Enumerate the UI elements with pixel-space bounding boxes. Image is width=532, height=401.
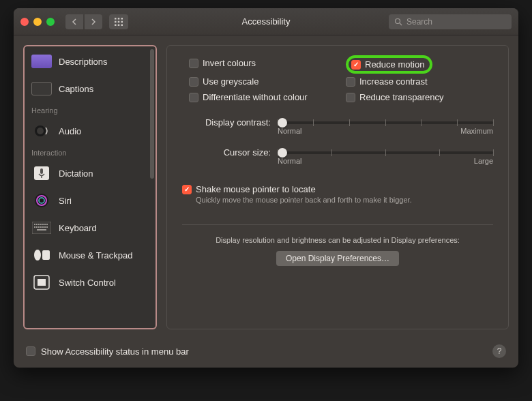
svg-rect-7: [118, 24, 120, 26]
svg-rect-21: [36, 224, 38, 225]
chevron-left-icon: [72, 18, 77, 25]
grid-icon: [114, 17, 123, 27]
svg-rect-5: [121, 20, 123, 23]
svg-rect-36: [42, 250, 50, 260]
svg-rect-30: [40, 226, 42, 228]
slider-knob[interactable]: [278, 118, 287, 128]
window-controls: [20, 18, 55, 26]
audio-icon: [31, 123, 52, 138]
svg-rect-4: [118, 20, 120, 23]
chevron-right-icon: [91, 18, 96, 25]
sidebar-item-mouse-trackpad[interactable]: Mouse & Trackpad: [25, 241, 156, 269]
checkbox-label: Invert colours: [203, 58, 256, 68]
checkbox-label: Use greyscale: [203, 76, 258, 87]
sidebar-item-captions[interactable]: Captions: [25, 75, 156, 102]
svg-rect-38: [38, 279, 46, 286]
sidebar-group-hearing: Hearing: [25, 102, 156, 117]
svg-line-10: [400, 23, 402, 25]
cursor-size-slider[interactable]: Normal Large: [278, 147, 493, 168]
help-button[interactable]: ?: [492, 344, 506, 358]
differentiate-checkbox[interactable]: Differentiate without colour: [189, 92, 339, 102]
nav-buttons: [65, 14, 102, 29]
display-note: Display resolution and brightness can be…: [182, 236, 493, 244]
sidebar-item-label: Keyboard: [59, 223, 97, 233]
maximize-icon[interactable]: [46, 18, 55, 26]
svg-rect-23: [40, 224, 42, 225]
checkbox-icon: [189, 77, 198, 87]
svg-rect-6: [115, 24, 117, 26]
display-contrast-slider[interactable]: Normal Maximum: [278, 117, 493, 138]
checkbox-label: Shake mouse pointer to locate: [196, 184, 316, 194]
display-contrast-label: Display contrast:: [182, 117, 271, 128]
checkbox-icon: [346, 77, 355, 87]
slider-max-label: Maximum: [460, 127, 493, 135]
use-greyscale-checkbox[interactable]: Use greyscale: [189, 76, 339, 87]
back-button[interactable]: [65, 14, 83, 29]
checkbox-icon: [346, 93, 355, 102]
checkbox-label: Increase contrast: [359, 76, 428, 87]
slider-max-label: Large: [474, 157, 493, 165]
svg-rect-26: [46, 224, 48, 225]
checkbox-checked-icon: [182, 185, 192, 194]
checkbox-checked-icon: [351, 60, 361, 70]
svg-rect-34: [37, 229, 46, 231]
checkbox-label: Differentiate without colour: [203, 92, 308, 102]
minimize-icon[interactable]: [33, 18, 42, 26]
question-icon: ?: [497, 346, 502, 356]
svg-point-35: [34, 250, 41, 261]
shake-pointer-checkbox[interactable]: Shake mouse pointer to locate: [182, 184, 493, 194]
main-panel: Invert colours Reduce motion Use greysca…: [166, 45, 509, 329]
checkbox-icon: [189, 59, 198, 68]
sidebar: Descriptions Captions Hearing Audio Inte…: [23, 45, 157, 329]
svg-rect-25: [44, 224, 46, 225]
checkbox-icon: [189, 93, 198, 102]
sidebar-item-descriptions[interactable]: Descriptions: [25, 48, 156, 75]
svg-rect-32: [44, 226, 46, 228]
invert-colours-checkbox[interactable]: Invert colours: [189, 55, 339, 71]
slider-min-label: Normal: [278, 157, 301, 165]
reduce-motion-highlight: Reduce motion: [346, 55, 432, 74]
checkbox-label: Reduce motion: [365, 59, 424, 70]
svg-rect-20: [34, 224, 35, 225]
search-placeholder: Search: [407, 17, 432, 27]
svg-rect-8: [121, 24, 123, 26]
svg-rect-22: [38, 224, 40, 225]
svg-rect-1: [118, 18, 120, 20]
sidebar-item-label: Switch Control: [59, 278, 116, 288]
open-display-preferences-button[interactable]: Open Display Preferences…: [276, 251, 399, 266]
shake-pointer-hint: Quickly move the mouse pointer back and …: [196, 196, 493, 204]
close-icon[interactable]: [20, 18, 29, 26]
sidebar-item-switch-control[interactable]: Switch Control: [25, 269, 156, 296]
sidebar-item-label: Captions: [59, 84, 93, 94]
sidebar-item-label: Dictation: [59, 168, 93, 179]
forward-button[interactable]: [85, 14, 102, 29]
checkbox-label: Reduce transparency: [359, 92, 444, 102]
svg-rect-24: [42, 224, 44, 225]
sidebar-item-siri[interactable]: Siri: [25, 187, 156, 214]
show-status-checkbox[interactable]: [26, 346, 35, 356]
sidebar-scrollbar[interactable]: [150, 49, 154, 179]
captions-icon: [31, 81, 52, 96]
svg-rect-27: [34, 226, 35, 228]
svg-rect-28: [36, 226, 38, 228]
divider: [182, 224, 493, 225]
increase-contrast-checkbox[interactable]: Increase contrast: [346, 76, 489, 87]
sidebar-item-keyboard[interactable]: Keyboard: [25, 214, 156, 241]
sidebar-item-label: Mouse & Trackpad: [59, 250, 132, 261]
content: Descriptions Captions Hearing Audio Inte…: [14, 35, 518, 339]
slider-knob[interactable]: [278, 148, 287, 158]
svg-point-12: [37, 128, 44, 134]
reduce-transparency-checkbox[interactable]: Reduce transparency: [346, 92, 489, 102]
mouse-trackpad-icon: [31, 248, 52, 263]
accessibility-window: Accessibility Search Descriptions Captio…: [14, 8, 518, 368]
sidebar-item-dictation[interactable]: Dictation: [25, 160, 156, 187]
sidebar-item-label: Siri: [59, 196, 72, 206]
search-input[interactable]: Search: [389, 14, 512, 29]
show-status-label: Show Accessibility status in menu bar: [41, 346, 189, 357]
grid-button[interactable]: [109, 14, 128, 29]
reduce-motion-checkbox[interactable]: Reduce motion: [351, 59, 424, 70]
slider-min-label: Normal: [278, 127, 301, 135]
cursor-size-label: Cursor size:: [182, 147, 271, 158]
sidebar-item-audio[interactable]: Audio: [25, 117, 156, 145]
svg-point-9: [396, 18, 400, 23]
